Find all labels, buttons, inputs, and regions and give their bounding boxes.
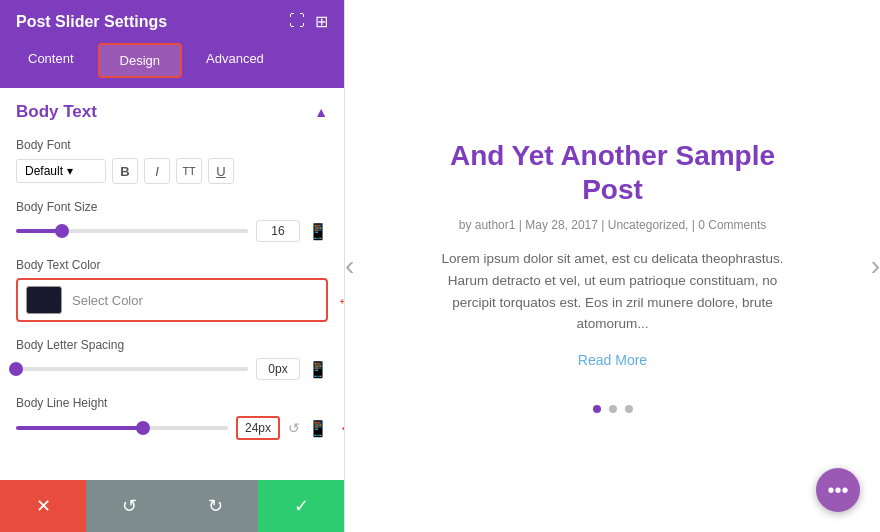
slider-dots bbox=[398, 405, 828, 413]
font-select-value: Default bbox=[25, 164, 63, 178]
line-height-value[interactable]: 24px bbox=[236, 416, 280, 440]
fab-icon: ••• bbox=[827, 479, 848, 502]
header-icons: ⛶ ⊞ bbox=[289, 12, 328, 31]
slide-content: And Yet Another Sample Post by author1 |… bbox=[398, 119, 828, 389]
line-height-reset-icon[interactable]: ↺ bbox=[288, 420, 300, 436]
body-font-label: Body Font bbox=[16, 138, 328, 152]
section-title: Body Text bbox=[16, 102, 97, 122]
slider-widget: And Yet Another Sample Post by author1 |… bbox=[398, 119, 828, 413]
font-size-slider-thumb[interactable] bbox=[55, 224, 69, 238]
slide-meta: by author1 | May 28, 2017 | Uncategorize… bbox=[428, 218, 798, 232]
letter-spacing-value[interactable]: 0px bbox=[256, 358, 300, 380]
reset-button[interactable]: ↺ bbox=[86, 480, 172, 532]
font-row: Default ▾ B I TT U bbox=[16, 158, 328, 184]
font-size-slider-track[interactable] bbox=[16, 229, 248, 233]
prev-slide-button[interactable]: ‹ bbox=[345, 250, 354, 282]
panel-header: Post Slider Settings ⛶ ⊞ bbox=[0, 0, 344, 43]
body-line-height-group: Body Line Height 24px ↺ 📱 ← bbox=[16, 396, 328, 440]
body-font-size-label: Body Font Size bbox=[16, 200, 328, 214]
save-button[interactable]: ✓ bbox=[258, 480, 344, 532]
left-panel: Post Slider Settings ⛶ ⊞ Content Design … bbox=[0, 0, 345, 532]
line-height-thumb[interactable] bbox=[136, 421, 150, 435]
body-font-group: Body Font Default ▾ B I TT U bbox=[16, 138, 328, 184]
redo-button[interactable]: ↻ bbox=[172, 480, 258, 532]
right-panel: ‹ And Yet Another Sample Post by author1… bbox=[345, 0, 880, 532]
panel-body: Body Text ▲ Body Font Default ▾ B I TT U… bbox=[0, 88, 344, 480]
tt-button[interactable]: TT bbox=[176, 158, 202, 184]
body-text-color-group: Body Text Color Select Color ← bbox=[16, 258, 328, 322]
color-swatch[interactable] bbox=[26, 286, 62, 314]
underline-button[interactable]: U bbox=[208, 158, 234, 184]
font-size-value[interactable]: 16 bbox=[256, 220, 300, 242]
body-letter-spacing-label: Body Letter Spacing bbox=[16, 338, 328, 352]
slide-title: And Yet Another Sample Post bbox=[428, 139, 798, 206]
body-letter-spacing-group: Body Letter Spacing 0px 📱 bbox=[16, 338, 328, 380]
tab-content[interactable]: Content bbox=[8, 43, 94, 78]
read-more-link[interactable]: Read More bbox=[578, 352, 647, 368]
section-header: Body Text ▲ bbox=[16, 102, 328, 122]
columns-icon[interactable]: ⊞ bbox=[315, 12, 328, 31]
tabs-row: Content Design Advanced bbox=[0, 43, 344, 88]
color-field-wrapper[interactable]: Select Color bbox=[16, 278, 328, 322]
fab-button[interactable]: ••• bbox=[816, 468, 860, 512]
body-text-color-label: Body Text Color bbox=[16, 258, 328, 272]
fullscreen-icon[interactable]: ⛶ bbox=[289, 12, 305, 31]
line-height-slider-row: 24px ↺ 📱 ← bbox=[16, 416, 328, 440]
font-select[interactable]: Default ▾ bbox=[16, 159, 106, 183]
tab-advanced[interactable]: Advanced bbox=[186, 43, 284, 78]
font-select-arrow: ▾ bbox=[67, 164, 73, 178]
font-size-slider-row: 16 📱 bbox=[16, 220, 328, 242]
dot-2[interactable] bbox=[609, 405, 617, 413]
body-font-size-group: Body Font Size 16 📱 bbox=[16, 200, 328, 242]
line-height-fill bbox=[16, 426, 143, 430]
body-line-height-label: Body Line Height bbox=[16, 396, 328, 410]
bottom-bar: ✕ ↺ ↻ ✓ bbox=[0, 480, 344, 532]
dot-1[interactable] bbox=[593, 405, 601, 413]
panel-title: Post Slider Settings bbox=[16, 13, 167, 31]
tab-design[interactable]: Design bbox=[98, 43, 182, 78]
bold-button[interactable]: B bbox=[112, 158, 138, 184]
color-arrow-indicator: ← bbox=[336, 289, 344, 312]
letter-spacing-thumb[interactable] bbox=[9, 362, 23, 376]
letter-spacing-slider-track[interactable] bbox=[16, 367, 248, 371]
line-height-mobile-icon[interactable]: 📱 bbox=[308, 419, 328, 438]
cancel-button[interactable]: ✕ bbox=[0, 480, 86, 532]
select-color-label[interactable]: Select Color bbox=[72, 293, 143, 308]
font-size-mobile-icon[interactable]: 📱 bbox=[308, 222, 328, 241]
line-height-slider-track[interactable] bbox=[16, 426, 228, 430]
line-height-arrow-indicator: ← bbox=[338, 418, 344, 439]
dot-3[interactable] bbox=[625, 405, 633, 413]
letter-spacing-slider-row: 0px 📱 bbox=[16, 358, 328, 380]
slide-body: Lorem ipsum dolor sit amet, est cu delic… bbox=[428, 248, 798, 334]
italic-button[interactable]: I bbox=[144, 158, 170, 184]
letter-spacing-mobile-icon[interactable]: 📱 bbox=[308, 360, 328, 379]
collapse-chevron[interactable]: ▲ bbox=[314, 104, 328, 120]
next-slide-button[interactable]: › bbox=[871, 250, 880, 282]
